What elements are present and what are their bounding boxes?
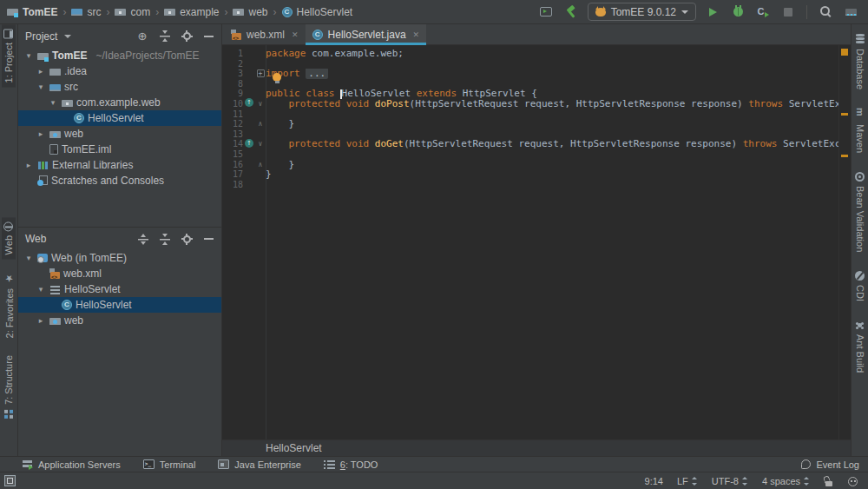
event-log-button[interactable]: Event Log: [800, 459, 859, 470]
expanded-arrow-icon[interactable]: ▾: [36, 285, 46, 294]
expanded-arrow-icon[interactable]: ▾: [23, 254, 34, 262]
locate-button[interactable]: [137, 30, 149, 43]
collapse-all-button[interactable]: [159, 233, 171, 245]
breadcrumb-com[interactable]: com: [115, 6, 150, 18]
gutter-line-2[interactable]: 2: [222, 59, 266, 69]
tree-item-external-libraries[interactable]: ▸External Libraries: [18, 157, 221, 173]
tool-button-bean-validation[interactable]: Bean Validation: [853, 168, 867, 256]
tree-item-web[interactable]: ▸web: [18, 313, 221, 328]
tool-button-database[interactable]: Database: [853, 30, 867, 94]
tree-item-tomee[interactable]: ▾TomEE~/IdeaProjects/TomEE: [18, 48, 221, 63]
collapsed-arrow-icon[interactable]: ▸: [36, 316, 46, 325]
status-file-encoding[interactable]: UTF-8: [712, 476, 748, 486]
collapse-all-button[interactable]: [159, 30, 171, 43]
fold-region[interactable]: ∧: [255, 160, 266, 170]
intention-bulb-icon[interactable]: [273, 73, 281, 82]
status-lock-open[interactable]: [824, 476, 833, 486]
tool-button-2-favorites[interactable]: 2: Favorites: [2, 268, 16, 342]
search-button[interactable]: [817, 3, 834, 21]
fold-region[interactable]: +: [255, 69, 266, 79]
tool-button-6-todo[interactable]: 6: TODO: [324, 459, 378, 470]
tree-item-helloservlet[interactable]: HelloServlet: [18, 297, 221, 313]
stop-button[interactable]: [779, 3, 797, 21]
run-button[interactable]: [704, 3, 721, 21]
build-hammer-button[interactable]: [562, 3, 580, 21]
tool-button-ant-build[interactable]: Ant Build: [853, 316, 867, 377]
collapsed-arrow-icon[interactable]: ▸: [36, 67, 46, 76]
fold-region[interactable]: ∨: [255, 99, 266, 109]
tool-button-cdi[interactable]: CDI: [853, 267, 867, 306]
gutter-line-15[interactable]: 15: [222, 149, 266, 160]
gutter-line-10[interactable]: 10∨: [222, 99, 266, 109]
tree-item-helloservlet[interactable]: HelloServlet: [18, 110, 221, 126]
tool-button-web[interactable]: Web: [2, 217, 16, 259]
coverage-button[interactable]: [754, 3, 772, 21]
gutter-line-9[interactable]: 9: [222, 89, 266, 99]
gutter-line-3[interactable]: 3+: [222, 69, 266, 79]
hide-minus-button[interactable]: [202, 30, 214, 43]
tree-item-scratches-and-consoles[interactable]: Scratches and Consoles: [18, 173, 221, 188]
close-icon[interactable]: ✕: [413, 30, 420, 39]
gutter-line-8[interactable]: 8: [222, 79, 266, 89]
status-indent-style[interactable]: 4 spaces: [762, 476, 810, 486]
project-panel-title[interactable]: Project: [25, 30, 57, 43]
status-hector[interactable]: [847, 476, 858, 486]
tree-item-web-xml[interactable]: web.xml: [18, 266, 221, 281]
tree-item-web-in-tomee[interactable]: ▾Web (in TomEE): [18, 250, 221, 266]
run-configuration-selector[interactable]: TomEE 9.0.12: [588, 3, 696, 21]
tab-helloservlet-java[interactable]: HelloServlet.java✕: [306, 24, 427, 44]
tree-item-helloservlet[interactable]: ▾HelloServlet: [18, 281, 221, 297]
debug-button[interactable]: [729, 3, 746, 21]
gutter-line-11[interactable]: 11: [222, 109, 266, 120]
editor-breadcrumb-item[interactable]: HelloServlet: [266, 442, 322, 454]
breadcrumb-src[interactable]: src: [71, 6, 101, 18]
warning-mark[interactable]: [841, 113, 848, 116]
expanded-arrow-icon[interactable]: ▾: [36, 83, 46, 91]
gutter-line-17[interactable]: 17: [222, 169, 266, 180]
tool-window-switcher-icon[interactable]: [4, 475, 16, 486]
gutter-line-1[interactable]: 1: [222, 49, 266, 59]
fold-region[interactable]: ∧: [255, 119, 266, 129]
window-play-button[interactable]: [537, 3, 555, 21]
tool-button-application-servers[interactable]: Application Servers: [23, 459, 121, 470]
settings-gear-button[interactable]: [181, 233, 193, 245]
tool-button-terminal[interactable]: Terminal: [143, 459, 196, 470]
close-icon[interactable]: ✕: [292, 30, 299, 39]
breadcrumb-example[interactable]: example: [164, 6, 219, 18]
web-panel-title[interactable]: Web: [25, 233, 46, 245]
status-caret-position[interactable]: 9:14: [645, 476, 663, 486]
gutter-line-18[interactable]: 18: [222, 180, 266, 190]
hide-minus-button[interactable]: [202, 233, 214, 245]
breadcrumb-tomee[interactable]: TomEE: [7, 6, 57, 18]
tab-web-xml[interactable]: web.xml✕: [224, 24, 306, 44]
gutter-line-16[interactable]: 16∧: [222, 160, 266, 170]
fold-expand-icon[interactable]: +: [257, 69, 265, 77]
gutter-line-13[interactable]: 13: [222, 129, 266, 140]
tool-button-7-structure[interactable]: 7: Structure: [2, 351, 16, 423]
project-structure-button[interactable]: [842, 3, 859, 21]
tree-item-tomee-iml[interactable]: TomEE.iml: [18, 142, 221, 157]
tree-item-src[interactable]: ▾src: [18, 79, 221, 95]
expand-all-button[interactable]: [137, 233, 149, 245]
tool-button-maven[interactable]: Maven: [852, 104, 867, 157]
fold-region[interactable]: ∨: [255, 139, 266, 149]
tree-item-label: External Libraries: [52, 159, 133, 171]
tool-button-java-enterprise[interactable]: Java Enterprise: [218, 459, 300, 470]
tree-item-idea[interactable]: ▸.idea: [18, 63, 221, 79]
tool-button-1-project[interactable]: 1: Project: [2, 24, 16, 87]
collapsed-arrow-icon[interactable]: ▸: [36, 129, 46, 138]
code-editor[interactable]: 1package com.example.web;23+import ...89…: [222, 45, 851, 439]
settings-gear-button[interactable]: [181, 30, 193, 43]
expanded-arrow-icon[interactable]: ▾: [48, 98, 58, 107]
gutter-line-14[interactable]: 14∨: [222, 139, 266, 149]
breadcrumb-helloservlet[interactable]: HelloServlet: [282, 6, 353, 18]
warning-mark[interactable]: [841, 155, 848, 157]
collapsed-arrow-icon[interactable]: ▸: [23, 161, 34, 169]
expanded-arrow-icon[interactable]: ▾: [23, 51, 34, 60]
tree-item-com-example-web[interactable]: ▾com.example.web: [18, 95, 221, 110]
status-line-separator[interactable]: LF: [677, 476, 698, 486]
breadcrumb-web[interactable]: web: [233, 6, 267, 18]
tree-item-web[interactable]: ▸web: [18, 126, 221, 142]
error-stripe-scrollbar[interactable]: [838, 45, 851, 439]
gutter-line-12[interactable]: 12∧: [222, 119, 266, 129]
